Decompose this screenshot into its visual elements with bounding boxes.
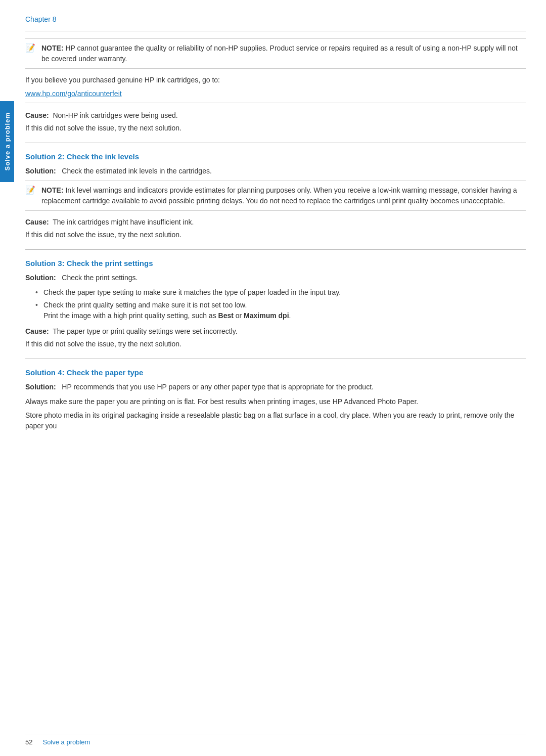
solution3-bullets: Check the paper type setting to make sur… [35, 287, 526, 321]
link-container: www.hp.com/go/anticounterfeit [25, 90, 526, 98]
bullet-2-part1: Check the print quality setting and make… [43, 301, 247, 309]
solution3-line: Solution: Check the print settings. [25, 273, 526, 283]
note-text-1: HP cannot guarantee the quality or relia… [41, 44, 518, 63]
solution2-text: Check the estimated ink levels in the ca… [62, 167, 211, 175]
chapter-header: Chapter 8 [25, 15, 526, 23]
cause-label-1: Cause: [25, 111, 49, 119]
note-content-1: NOTE: HP cannot guarantee the quality or… [41, 43, 526, 64]
cause-2: Cause: The ink cartridges might have ins… [25, 217, 526, 228]
sidebar-tab: Solve a problem [0, 101, 14, 182]
solution4-line: Solution: HP recommends that you use HP … [25, 382, 526, 392]
note-label-1: NOTE: [41, 44, 64, 52]
solution4-heading: Solution 4: Check the paper type [25, 368, 526, 377]
solution3-label: Solution: [25, 274, 56, 282]
top-rule [25, 31, 526, 31]
bullet-2: Check the print quality setting and make… [35, 300, 526, 321]
solution4-para2: Store photo media in its original packag… [25, 410, 526, 431]
follow-up-3: If this did not solve the issue, try the… [25, 339, 526, 349]
follow-up-1: If this did not solve the issue, try the… [25, 123, 526, 134]
link-intro-text: If you believe you purchased genuine HP … [25, 76, 220, 84]
note-icon-1: 📝 [25, 43, 38, 53]
solution3-text: Check the print settings. [62, 274, 138, 282]
bullet-1: Check the paper type setting to make sur… [35, 287, 526, 298]
cause-1: Cause: Non-HP ink cartridges were being … [25, 110, 526, 121]
divider-2 [25, 249, 526, 250]
cause-label-2: Cause: [25, 218, 49, 226]
bullet-2-between: or [234, 312, 244, 320]
note-box-1: 📝 NOTE: HP cannot guarantee the quality … [25, 38, 526, 69]
solution4-text: HP recommends that you use HP papers or … [62, 383, 374, 391]
note-icon-2: 📝 [25, 185, 38, 195]
solution3-heading: Solution 3: Check the print settings [25, 259, 526, 268]
cause-3: Cause: The paper type or print quality s… [25, 326, 526, 337]
solution2-line: Solution: Check the estimated ink levels… [25, 166, 526, 176]
divider-1 [25, 143, 526, 143]
rule-after-note1 [25, 103, 526, 103]
bullet-2-bold2: Maximum dpi [244, 312, 289, 320]
anticounterfeit-link[interactable]: www.hp.com/go/anticounterfeit [25, 90, 122, 98]
cause-text-3: The paper type or print quality settings… [53, 327, 237, 335]
solution4-label: Solution: [25, 383, 56, 391]
page-container: Solve a problem Chapter 8 📝 NOTE: HP can… [0, 0, 546, 756]
note-text-2: Ink level warnings and indicators provid… [41, 186, 517, 205]
note-content-2: NOTE: Ink level warnings and indicators … [41, 185, 526, 206]
footer-page-num: 52 [25, 738, 32, 746]
bullet-2-part2-pre: Print the image with a high print qualit… [43, 312, 218, 320]
follow-up-2: If this did not solve the issue, try the… [25, 230, 526, 240]
link-intro: If you believe you purchased genuine HP … [25, 75, 526, 85]
footer-chapter-label: Solve a problem [42, 738, 90, 746]
sidebar-label: Solve a problem [4, 112, 11, 170]
chapter-label: Chapter 8 [25, 15, 56, 23]
page-footer: 52 Solve a problem [25, 734, 526, 746]
main-content: Chapter 8 📝 NOTE: HP cannot guarantee th… [25, 0, 526, 756]
note-box-2: 📝 NOTE: Ink level warnings and indicator… [25, 181, 526, 211]
bullet-1-text: Check the paper type setting to make sur… [43, 288, 341, 296]
divider-3 [25, 359, 526, 359]
cause-text-2: The ink cartridges might have insufficie… [53, 218, 194, 226]
solution2-label: Solution: [25, 167, 56, 175]
bullet-2-end: . [289, 312, 291, 320]
cause-label-3: Cause: [25, 327, 49, 335]
bullet-2-bold1: Best [218, 312, 234, 320]
cause-text-1: Non-HP ink cartridges were being used. [53, 111, 177, 119]
solution4-para1: Always make sure the paper you are print… [25, 396, 526, 407]
solution2-heading: Solution 2: Check the ink levels [25, 152, 526, 161]
note-label-2: NOTE: [41, 186, 64, 194]
